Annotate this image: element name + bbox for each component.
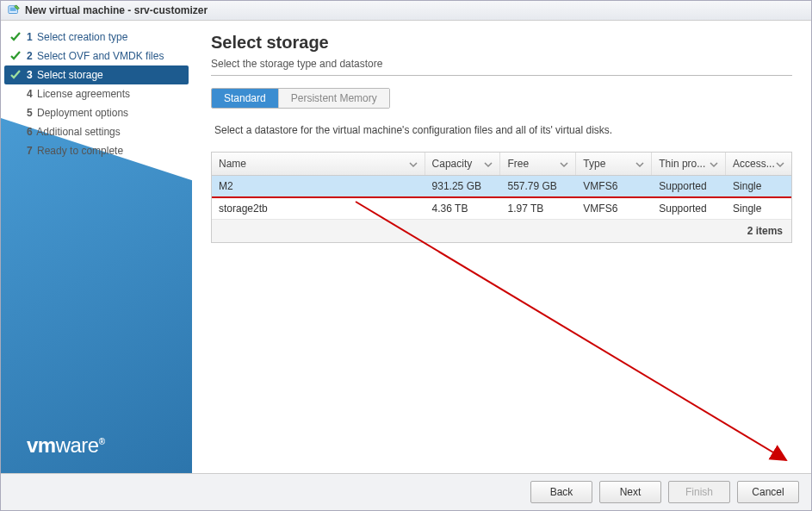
dialog-footer: Back Next Finish Cancel [1, 473, 811, 510]
divider [211, 75, 792, 76]
datastore-row[interactable]: M2 931.25 GB 557.79 GB VMFS6 Supported S… [212, 176, 791, 198]
sidebar: 1 Select creation type 2 Select OVF and … [1, 21, 192, 473]
wizard-steps: 1 Select creation type 2 Select OVF and … [1, 21, 192, 167]
check-icon [9, 69, 22, 81]
check-icon [9, 31, 22, 43]
chevron-down-icon [409, 159, 418, 168]
cancel-button[interactable]: Cancel [737, 481, 799, 503]
col-header-access[interactable]: Access... [726, 153, 791, 175]
svg-rect-1 [10, 8, 16, 11]
step-2-ovf-vmdk[interactable]: 2 Select OVF and VMDK files [1, 47, 192, 65]
finish-button: Finish [668, 481, 730, 503]
step-7-ready[interactable]: 7 Ready to complete [1, 141, 192, 160]
step-4-license[interactable]: 4 License agreements [1, 84, 192, 103]
chevron-down-icon [484, 159, 493, 168]
page-title: Select storage [211, 33, 792, 53]
step-1-creation-type[interactable]: 1 Select creation type [1, 28, 192, 47]
titlebar: New virtual machine - srv-customizer [1, 1, 811, 21]
vmware-logo: vmware® [27, 433, 105, 458]
instruction-text: Select a datastore for the virtual machi… [214, 124, 792, 136]
grid-body: M2 931.25 GB 557.79 GB VMFS6 Supported S… [212, 176, 791, 220]
storage-type-tabs: Standard Persistent Memory [211, 88, 390, 109]
chevron-down-icon [560, 159, 568, 168]
chevron-down-icon [710, 159, 718, 168]
col-header-capacity[interactable]: Capacity [425, 153, 501, 175]
datastore-grid: Name Capacity Free Type [211, 152, 792, 243]
tab-standard[interactable]: Standard [212, 89, 279, 108]
wizard-dialog: New virtual machine - srv-customizer 1 S… [0, 0, 812, 511]
dialog-body: 1 Select creation type 2 Select OVF and … [1, 21, 811, 473]
grid-header: Name Capacity Free Type [212, 153, 791, 176]
back-button[interactable]: Back [530, 481, 592, 503]
step-3-select-storage[interactable]: 3 Select storage [4, 65, 189, 84]
check-icon [9, 50, 22, 62]
chevron-down-icon [635, 159, 644, 168]
main-panel: Select storage Select the storage type a… [192, 21, 811, 473]
grid-footer-count: 2 items [212, 220, 791, 242]
next-button[interactable]: Next [599, 481, 661, 503]
col-header-type[interactable]: Type [576, 153, 652, 175]
col-header-name[interactable]: Name [212, 153, 425, 175]
col-header-thin[interactable]: Thin pro... [652, 153, 726, 175]
page-subtitle: Select the storage type and datastore [211, 58, 792, 70]
step-6-additional[interactable]: 6 Additional settings [1, 122, 192, 141]
step-5-deployment[interactable]: 5 Deployment options [1, 103, 192, 122]
col-header-free[interactable]: Free [500, 153, 576, 175]
datastore-row[interactable]: storage2tb 4.36 TB 1.97 TB VMFS6 Support… [212, 198, 791, 220]
tab-persistent-memory[interactable]: Persistent Memory [279, 89, 389, 108]
vm-icon [8, 4, 20, 16]
window-title: New virtual machine - srv-customizer [25, 4, 208, 16]
chevron-down-icon [776, 159, 784, 168]
